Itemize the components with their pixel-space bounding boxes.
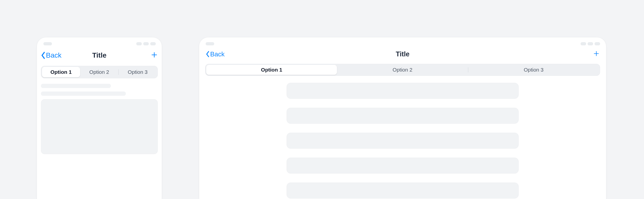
chevron-left-icon: [41, 52, 46, 59]
content-placeholder-line: [41, 84, 111, 88]
phone-nav-bar: Back Title: [37, 48, 162, 63]
plus-icon: [593, 50, 600, 58]
back-button[interactable]: Back: [206, 50, 225, 58]
segment-option-3[interactable]: Option 3: [468, 65, 599, 75]
phone-frame: Back Title Option 1 Option 2 Option 3: [37, 37, 162, 199]
content-placeholder-line: [41, 92, 126, 96]
status-wifi-placeholder: [143, 42, 149, 45]
content-placeholder-row: [286, 83, 519, 99]
phone-status-bar: [37, 37, 162, 48]
segment-option-2[interactable]: Option 2: [80, 67, 118, 77]
content-placeholder-row: [286, 108, 519, 124]
plus-icon: [151, 51, 158, 59]
tablet-frame: Back Title Option 1 Option 2 Option 3: [199, 37, 606, 199]
segmented-control: Option 1 Option 2 Option 3: [205, 64, 600, 76]
content-placeholder-card: [41, 99, 158, 154]
status-battery-placeholder: [150, 42, 156, 45]
tablet-segmented-container: Option 1 Option 2 Option 3: [199, 60, 606, 78]
status-time-placeholder: [44, 42, 52, 45]
status-wifi-placeholder: [588, 42, 593, 45]
back-label: Back: [46, 51, 62, 59]
segmented-control: Option 1 Option 2 Option 3: [41, 66, 158, 78]
status-time-placeholder: [206, 42, 214, 45]
tablet-content: [199, 78, 606, 199]
status-signal-placeholder: [580, 42, 586, 45]
status-indicators: [580, 42, 600, 45]
content-placeholder-row: [286, 133, 519, 149]
tablet-status-bar: [199, 37, 606, 48]
status-indicators: [136, 42, 156, 45]
chevron-left-icon: [206, 51, 210, 57]
content-placeholder-row: [286, 183, 519, 199]
segment-option-1[interactable]: Option 1: [42, 67, 80, 77]
status-battery-placeholder: [594, 42, 600, 45]
segment-option-2[interactable]: Option 2: [337, 65, 468, 75]
phone-content: [37, 81, 162, 157]
back-label: Back: [210, 50, 225, 58]
status-signal-placeholder: [136, 42, 142, 45]
page-title: Title: [396, 50, 409, 58]
add-button[interactable]: [593, 50, 600, 58]
back-button[interactable]: Back: [41, 51, 62, 59]
phone-segmented-container: Option 1 Option 2 Option 3: [37, 63, 162, 81]
add-button[interactable]: [151, 51, 158, 59]
page-title: Title: [92, 51, 106, 59]
segment-option-1[interactable]: Option 1: [206, 65, 337, 75]
content-placeholder-row: [286, 158, 519, 174]
tablet-nav-bar: Back Title: [199, 48, 606, 60]
segment-option-3[interactable]: Option 3: [118, 67, 157, 77]
